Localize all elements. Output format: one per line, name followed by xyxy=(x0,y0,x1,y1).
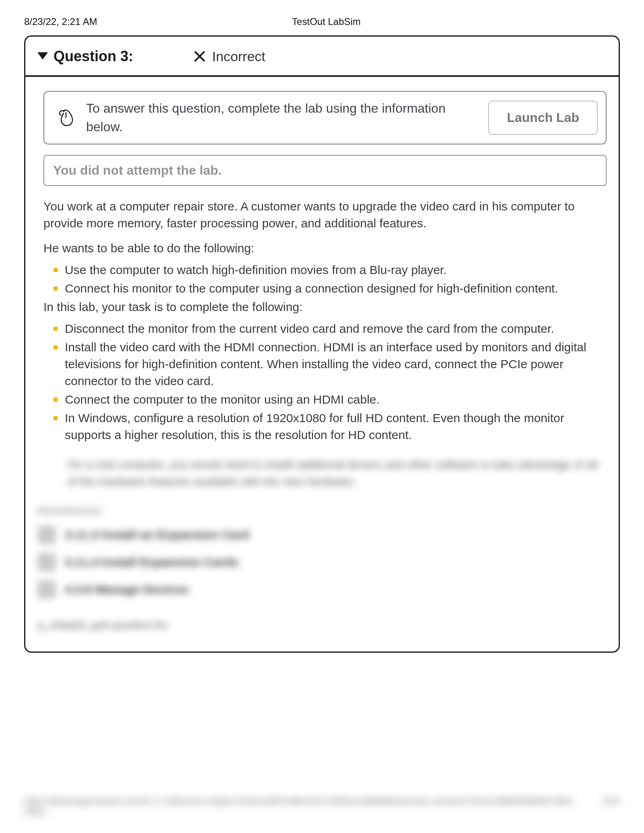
print-footer: https://labsimapp.testout.com/v6_0_496/e… xyxy=(0,796,644,817)
question-body: To answer this question, complete the la… xyxy=(25,77,619,652)
reference-row[interactable]: 4.3.8 Manage Devices xyxy=(37,580,607,599)
link-icon xyxy=(37,580,56,599)
wants-list: Use the computer to watch high-definitio… xyxy=(43,262,607,297)
launch-lab-button[interactable]: Launch Lab xyxy=(488,101,598,135)
reference-text: 3.11.3 Install an Expansion Card xyxy=(65,528,250,542)
status-text: Incorrect xyxy=(212,49,265,64)
tasks-list: Disconnect the monitor from the current … xyxy=(43,320,607,443)
question-status: Incorrect xyxy=(194,49,265,64)
question-header[interactable]: Question 3: Incorrect xyxy=(25,37,619,77)
reference-text: 4.3.8 Manage Devices xyxy=(65,583,189,596)
task-lead: In this lab, your task is to complete th… xyxy=(43,299,607,315)
question-title: Question 3: xyxy=(37,48,133,65)
reference-row[interactable]: 3.11.4 Install Expansion Cards xyxy=(37,553,607,571)
blurred-note: On a real computer, you would need to in… xyxy=(68,456,607,490)
list-item: In Windows, configure a resolution of 19… xyxy=(54,410,607,443)
x-icon xyxy=(194,50,206,62)
page-root: 8/23/22, 2:21 AM TestOut LabSim Question… xyxy=(0,0,644,833)
reference-row[interactable]: 3.11.3 Install an Expansion Card xyxy=(37,526,607,544)
question-label: Question 3: xyxy=(54,48,133,65)
blurred-content: On a real computer, you would need to in… xyxy=(43,453,607,635)
intro-paragraph: You work at a computer repair store. A c… xyxy=(43,198,607,232)
list-item: Install the video card with the HDMI con… xyxy=(54,339,607,390)
reference-text: 3.11.4 Install Expansion Cards xyxy=(65,555,239,569)
print-timestamp: 8/23/22, 2:21 AM xyxy=(24,16,97,27)
svg-marker-0 xyxy=(37,52,48,60)
mouse-icon xyxy=(56,108,76,127)
question-card: Question 3: Incorrect xyxy=(24,35,620,653)
footer-url: https://labsimapp.testout.com/v6_0_496/e… xyxy=(24,796,603,817)
list-item: Connect the computer to the monitor usin… xyxy=(54,391,607,408)
references-label: REFERENCES xyxy=(37,506,607,517)
doc-icon xyxy=(37,526,56,544)
list-item: Disconnect the monitor from the current … xyxy=(54,320,607,337)
lab-banner-text: To answer this question, complete the la… xyxy=(86,99,478,136)
question-filename: q_vidadp3_pp6.question.fex xyxy=(37,619,607,631)
lab-banner: To answer this question, complete the la… xyxy=(43,91,607,144)
list-item: Use the computer to watch high-definitio… xyxy=(54,262,607,278)
caret-down-icon xyxy=(37,52,48,60)
footer-page: 3/15 xyxy=(603,796,620,817)
print-header: 8/23/22, 2:21 AM TestOut LabSim xyxy=(24,16,620,27)
wants-lead: He wants to be able to do the following: xyxy=(43,240,607,257)
attempt-message: You did not attempt the lab. xyxy=(43,155,607,186)
print-title: TestOut LabSim xyxy=(292,16,361,27)
link-icon xyxy=(37,553,56,571)
list-item: Connect his monitor to the computer usin… xyxy=(54,280,607,297)
